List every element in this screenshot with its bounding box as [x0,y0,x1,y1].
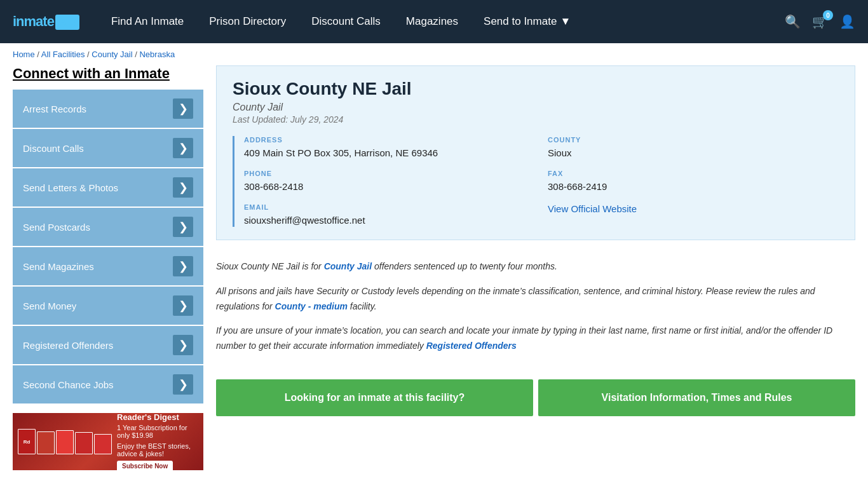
nav-send-to-inmate[interactable]: Send to Inmate ▼ [484,15,571,28]
nav-prison-directory[interactable]: Prison Directory [209,15,286,28]
main-layout: Connect with an Inmate Arrest Records ❯ … [0,65,868,488]
sidebar-item-registered-offenders[interactable]: Registered Offenders ❯ [13,326,203,364]
header-icons: 🔍 🛒 0 👤 [785,14,855,29]
facility-description: Sioux County NE Jail is for County Jail … [216,253,855,370]
nav-magazines[interactable]: Magazines [406,15,458,28]
nav-find-inmate[interactable]: Find An Inmate [111,15,184,28]
advertisement-banner[interactable]: Rd Reader's Digest 1 Year Subscription f… [13,413,203,470]
address-label: ADDRESS [244,136,535,144]
sidebar-item-label: Send Letters & Photos [23,182,118,193]
arrow-icon: ❯ [173,217,193,237]
facility-name: Sioux County NE Jail [233,79,839,99]
sidebar-item-discount-calls[interactable]: Discount Calls ❯ [13,129,203,167]
sidebar: Connect with an Inmate Arrest Records ❯ … [13,65,203,470]
main-content: Sioux County NE Jail County Jail Last Up… [216,65,855,470]
address-value: 409 Main St PO Box 305, Harrison, NE 693… [244,146,535,159]
fax-label: FAX [548,170,839,177]
user-icon[interactable]: 👤 [839,14,855,29]
cart-badge: 0 [823,10,833,20]
county-value: Sioux [548,146,839,159]
ad-subscribe-button[interactable]: Subscribe Now [117,461,173,471]
ad-title: Reader's Digest [117,413,198,422]
facility-details: ADDRESS 409 Main St PO Box 305, Harrison… [233,136,839,227]
sidebar-item-label: Second Chance Jobs [23,379,114,390]
ad-subscription: 1 Year Subscription for only $19.98 [117,424,198,439]
phone-value: 308-668-2418 [244,180,535,193]
county-medium-link[interactable]: County - medium [275,301,348,311]
description-para-1: Sioux County NE Jail is for County Jail … [216,259,855,274]
sidebar-item-label: Registered Offenders [23,340,113,351]
dropdown-arrow-icon: ▼ [560,15,571,28]
website-block: View Official Website [548,203,839,227]
county-label: COUNTY [548,136,839,144]
arrow-icon: ❯ [173,295,193,316]
facility-card: Sioux County NE Jail County Jail Last Up… [216,65,855,240]
breadcrumb-county-jail[interactable]: County Jail [92,50,132,59]
arrow-icon: ❯ [173,138,193,158]
logo-aid: AID [55,15,79,30]
sidebar-item-label: Send Magazines [23,261,94,272]
bottom-buttons: Looking for an inmate at this facility? … [216,379,855,416]
address-block: ADDRESS 409 Main St PO Box 305, Harrison… [244,136,535,159]
sidebar-item-label: Arrest Records [23,104,86,114]
search-icon[interactable]: 🔍 [785,14,801,29]
site-header: inmateAID Find An Inmate Prison Director… [0,0,868,43]
breadcrumb: Home / All Facilities / County Jail / Ne… [0,43,868,65]
email-block: EMAIL siouxsheriff@qwestoffice.net [244,203,535,227]
sidebar-item-send-postcards[interactable]: Send Postcards ❯ [13,208,203,246]
sidebar-item-send-letters[interactable]: Send Letters & Photos ❯ [13,168,203,207]
arrow-icon: ❯ [173,256,193,276]
sidebar-item-second-chance-jobs[interactable]: Second Chance Jobs ❯ [13,365,203,403]
ad-tagline: Enjoy the BEST stories, advice & jokes! [117,442,198,458]
breadcrumb-home[interactable]: Home [13,50,35,59]
sidebar-item-label: Discount Calls [23,143,84,154]
sidebar-item-send-magazines[interactable]: Send Magazines ❯ [13,247,203,285]
sidebar-item-label: Send Money [23,301,76,311]
breadcrumb-nebraska[interactable]: Nebraska [139,50,175,59]
county-block: COUNTY Sioux [548,136,839,159]
logo[interactable]: inmateAID [13,13,79,30]
phone-block: PHONE 308-668-2418 [244,170,535,193]
description-para-2: All prisons and jails have Security or C… [216,284,855,315]
arrow-icon: ❯ [173,335,193,355]
sidebar-item-send-money[interactable]: Send Money ❯ [13,287,203,325]
email-value: siouxsheriff@qwestoffice.net [244,214,535,227]
sidebar-item-arrest-records[interactable]: Arrest Records ❯ [13,90,203,128]
sidebar-item-label: Send Postcards [23,222,90,233]
arrow-icon: ❯ [173,177,193,198]
fax-value: 308-668-2419 [548,180,839,193]
sidebar-title: Connect with an Inmate [13,65,203,82]
facility-type: County Jail [233,102,839,113]
cart-icon[interactable]: 🛒 0 [812,14,828,29]
county-jail-link-1[interactable]: County Jail [324,261,372,271]
phone-label: PHONE [244,170,535,177]
ad-text: Reader's Digest 1 Year Subscription for … [117,413,198,470]
sidebar-menu: Arrest Records ❯ Discount Calls ❯ Send L… [13,90,203,403]
description-para-3: If you are unsure of your inmate’s locat… [216,323,855,354]
view-official-website-link[interactable]: View Official Website [548,203,637,214]
breadcrumb-all-facilities[interactable]: All Facilities [41,50,85,59]
nav-discount-calls[interactable]: Discount Calls [311,15,381,28]
arrow-icon: ❯ [173,374,193,395]
email-label: EMAIL [244,203,535,211]
arrow-icon: ❯ [173,98,193,119]
logo-text: inmateAID [13,13,79,30]
main-nav: Find An Inmate Prison Directory Discount… [111,15,766,28]
ad-image: Rd [18,429,112,454]
registered-offenders-link[interactable]: Registered Offenders [426,341,517,351]
visitation-info-button[interactable]: Visitation Information, Times and Rules [538,379,855,416]
fax-block: FAX 308-668-2419 [548,170,839,193]
find-inmate-button[interactable]: Looking for an inmate at this facility? [216,379,533,416]
facility-updated: Last Updated: July 29, 2024 [233,114,839,125]
